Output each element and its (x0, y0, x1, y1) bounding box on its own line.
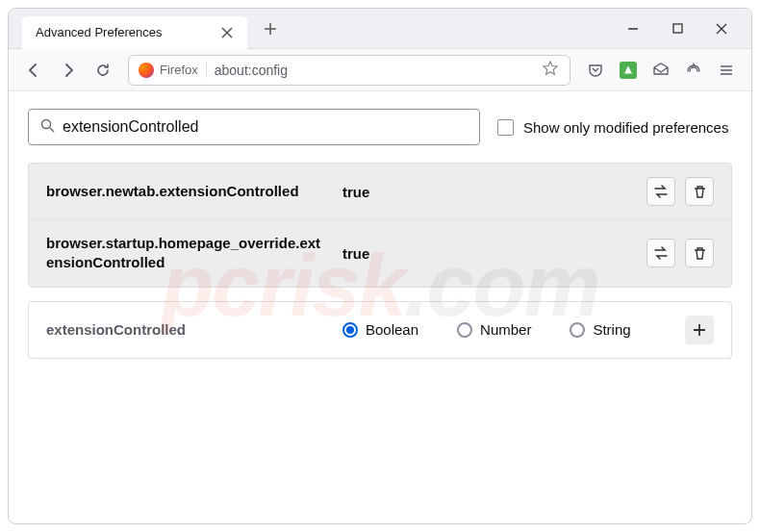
account-icon[interactable] (646, 55, 676, 86)
pref-value: true (342, 184, 629, 200)
window-controls (611, 13, 744, 44)
search-icon (40, 118, 55, 137)
pref-value: true (342, 245, 629, 262)
identity-box[interactable]: Firefox (139, 63, 207, 78)
show-modified-checkbox[interactable]: Show only modified preferences (497, 119, 728, 136)
delete-button[interactable] (685, 239, 714, 267)
reload-button[interactable] (88, 55, 118, 86)
delete-button[interactable] (685, 177, 714, 206)
new-pref-row: extensionControlled Boolean Number Strin… (28, 301, 732, 359)
forward-button[interactable] (53, 55, 84, 86)
window-frame: Advanced Preferences (8, 8, 752, 524)
type-radio-number[interactable]: Number (457, 321, 531, 338)
toolbar-icons (580, 55, 742, 86)
search-row: Show only modified preferences (28, 109, 732, 145)
maximize-button[interactable] (655, 13, 699, 44)
pref-name: browser.startup.homepage_override.extens… (46, 234, 325, 273)
menu-button[interactable] (711, 55, 742, 86)
radio-icon[interactable] (342, 322, 358, 338)
show-modified-label: Show only modified preferences (523, 119, 728, 136)
radio-label: Boolean (366, 321, 418, 338)
radio-label: Number (480, 321, 531, 338)
type-radio-string[interactable]: String (570, 321, 630, 338)
bookmark-star-icon[interactable] (543, 61, 560, 80)
new-pref-name: extensionControlled (46, 321, 325, 338)
search-input[interactable] (63, 118, 468, 136)
pref-name: browser.newtab.extensionControlled (46, 182, 325, 201)
extension-icon[interactable] (613, 55, 644, 86)
minimize-button[interactable] (611, 13, 655, 44)
browser-tab[interactable]: Advanced Preferences (22, 16, 247, 49)
close-window-button[interactable] (699, 13, 744, 44)
radio-label: String (593, 321, 630, 338)
pref-row[interactable]: browser.newtab.extensionControlled true (29, 164, 731, 220)
type-radio-boolean[interactable]: Boolean (342, 321, 418, 338)
address-bar[interactable]: Firefox about:config (128, 55, 570, 86)
svg-point-1 (42, 119, 51, 128)
shield-icon[interactable] (678, 55, 709, 86)
pref-list: browser.newtab.extensionControlled true … (28, 163, 732, 288)
titlebar: Advanced Preferences (9, 9, 751, 49)
firefox-icon (139, 63, 154, 78)
url-text[interactable]: about:config (215, 63, 535, 78)
pocket-icon[interactable] (580, 55, 611, 86)
nav-toolbar: Firefox about:config (9, 49, 751, 91)
toggle-button[interactable] (646, 239, 675, 267)
search-box[interactable] (28, 109, 480, 145)
toggle-button[interactable] (646, 177, 675, 206)
new-tab-button[interactable] (257, 15, 284, 42)
svg-rect-0 (673, 24, 682, 33)
radio-icon[interactable] (457, 322, 472, 338)
back-button[interactable] (18, 55, 49, 86)
radio-icon[interactable] (570, 322, 585, 338)
pref-actions (646, 177, 714, 206)
type-options: Boolean Number String (342, 321, 668, 338)
add-pref-button[interactable] (685, 316, 714, 344)
close-tab-icon[interactable] (220, 26, 234, 39)
identity-label: Firefox (160, 63, 198, 77)
content-area: Show only modified preferences browser.n… (9, 91, 751, 376)
pref-actions (646, 239, 714, 267)
pref-row[interactable]: browser.startup.homepage_override.extens… (29, 220, 731, 287)
checkbox-icon[interactable] (497, 119, 514, 136)
tab-title: Advanced Preferences (36, 25, 163, 39)
